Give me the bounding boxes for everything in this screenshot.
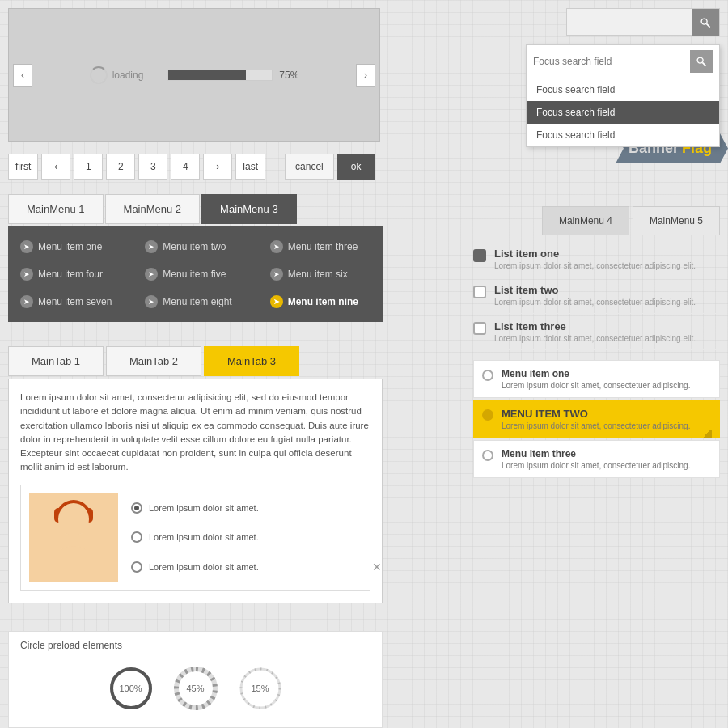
page-prev-button[interactable]: ‹ [41,154,70,180]
avatar [29,493,118,582]
avatar-head [58,503,89,535]
circle-preload-title: Circle preload elements [20,640,370,651]
dropdown-item-9-highlighted[interactable]: ➤ Menu item nine [258,291,383,312]
right-menu-item-desc-1: Lorem ipsum dolor sit amet, consectetuer… [502,381,690,390]
search-option-1[interactable]: Focus search field [527,78,719,101]
list-item-checkbox-2[interactable] [473,286,486,298]
page-2-button[interactable]: 2 [106,154,135,180]
dropdown-row-2: ➤ Menu item four ➤ Menu item five ➤ Menu… [8,260,383,288]
svg-line-9 [702,62,705,66]
dropdown-item-5[interactable]: ➤ Menu item five [133,264,257,285]
dropdown-item-label: Menu item seven [38,296,112,307]
search-bar-top[interactable] [566,8,720,36]
right-menu-item-desc-2: Lorem ipsum dolor sit amet, consectetuer… [502,421,690,430]
search-option-3[interactable]: Focus search field [527,124,719,146]
ok-button[interactable]: ok [337,154,375,180]
dropdown-item-label: Menu item four [38,269,103,280]
list-item-checkbox-1[interactable] [473,249,486,262]
carousel-inner: loading 75% [41,66,347,84]
tab-content: Lorem ipsum dolor sit amet, consectetur … [8,379,383,603]
list-item-3: List item three Lorem ipsum dolor sit am… [473,314,720,350]
dropdown-item-label: Menu item eight [163,296,231,307]
list-item-desc-3: Lorem ipsum dolor sit amet, consectetuer… [494,334,696,343]
tab-content-text: Lorem ipsum dolor sit amet, consectetur … [20,391,370,475]
right-menu-item-3[interactable]: Menu item three Lorem ipsum dolor sit am… [473,440,720,478]
main-menu-1-button[interactable]: MainMenu 1 [8,194,104,224]
right-menu-item-2[interactable]: MENU ITEM TWO Lorem ipsum dolor sit amet… [473,400,720,438]
dropdown-item-7[interactable]: ➤ Menu item seven [8,291,133,312]
search-dropdown-header [527,45,719,78]
right-menu-5-button[interactable]: MainMenu 5 [633,206,720,235]
dropdown-item-1[interactable]: ➤ Menu item one [8,236,133,257]
circle-15-label: 15% [251,684,269,693]
menu-item-radio-2 [482,409,493,421]
svg-line-7 [706,23,709,27]
profile-option-2[interactable]: Lorem ipsum dolor sit amet. [131,531,362,543]
list-item-1: List item one Lorem ipsum dolor sit amet… [473,241,720,277]
right-menu-item-1[interactable]: Menu item one Lorem ipsum dolor sit amet… [473,360,720,398]
search-dropdown: Focus search field Focus search field Fo… [526,44,720,147]
progress-bar-container: 75% [167,70,298,81]
tab-2-button[interactable]: MainTab 2 [106,346,201,376]
list-item-title-1: List item one [494,248,696,260]
menu-item-radio-3 [482,450,493,461]
dropdown-arrow-icon: ➤ [270,268,283,281]
list-item-title-2: List item two [494,284,696,296]
left-panel: ‹ › loading 75% first ‹ 1 2 3 4 › last c… [0,0,396,728]
carousel-next-button[interactable]: › [356,64,375,87]
dropdown-item-6[interactable]: ➤ Menu item six [258,264,383,285]
page-1-button[interactable]: 1 [74,154,103,180]
dropdown-item-3[interactable]: ➤ Menu item three [258,236,383,257]
page-first-button[interactable]: first [8,154,38,180]
dropdown-row-1: ➤ Menu item one ➤ Menu item two ➤ Menu i… [8,233,383,260]
search-icon-button-top[interactable] [692,9,719,36]
svg-point-6 [701,19,707,24]
search-dropdown-button[interactable] [690,50,713,73]
main-menu-3-button[interactable]: MainMenu 3 [201,194,297,224]
page-last-button[interactable]: last [235,154,265,180]
avatar-body [49,546,98,582]
progress-label: 75% [279,70,298,81]
circle-45: 45% [171,664,220,713]
tab-1-button[interactable]: MainTab 1 [8,346,104,376]
dropdown-arrow-icon: ➤ [20,295,33,308]
right-menu-item-text-3: Menu item three Lorem ipsum dolor sit am… [502,448,690,470]
dropdown-item-label: Menu item five [163,269,226,280]
loading-indicator: loading [90,66,144,84]
list-item-checkbox-3[interactable] [473,322,486,335]
cancel-button[interactable]: cancel [285,154,334,180]
dropdown-arrow-icon: ➤ [20,268,33,281]
loading-spinner [90,66,108,84]
right-menu-item-desc-3: Lorem ipsum dolor sit amet, consectetuer… [502,461,690,470]
right-menu-item-title-3: Menu item three [502,448,690,459]
carousel-prev-button[interactable]: ‹ [13,64,32,87]
profile-option-label: Lorem ipsum dolor sit amet. [149,503,259,513]
circle-100: 100% [107,664,155,713]
circle-preload-section: Circle preload elements 100% 45% [8,631,383,728]
main-menu-2-button[interactable]: MainMenu 2 [105,194,201,224]
loading-label: loading [112,70,144,81]
page-3-button[interactable]: 3 [138,154,167,180]
profile-option-3[interactable]: Lorem ipsum dolor sit amet. [131,561,362,573]
dropdown-arrow-icon: ➤ [145,268,158,281]
tab-3-button[interactable]: MainTab 3 [204,346,299,376]
profile-option-1[interactable]: Lorem ipsum dolor sit amet. [131,502,362,514]
dropdown-item-4[interactable]: ➤ Menu item four [8,264,133,285]
page-4-button[interactable]: 4 [171,154,200,180]
list-item-2: List item two Lorem ipsum dolor sit amet… [473,277,720,314]
close-button[interactable]: ✕ [370,560,384,574]
dropdown-item-2[interactable]: ➤ Menu item two [133,236,257,257]
right-menu-4-button[interactable]: MainMenu 4 [542,206,629,235]
page-next-button[interactable]: › [203,154,232,180]
progress-bar-fill [168,70,246,80]
circle-15: 15% [236,664,285,713]
dropdown-arrow-icon: ➤ [145,240,158,253]
radio-icon [131,561,142,573]
search-dropdown-input[interactable] [533,56,690,67]
dropdown-item-8[interactable]: ➤ Menu item eight [133,291,257,312]
menu-item-radio-1 [482,370,493,381]
profile-option-label: Lorem ipsum dolor sit amet. [149,562,259,572]
circle-100-label: 100% [119,684,142,693]
search-option-2[interactable]: Focus search field [527,101,719,124]
circle-45-label: 45% [186,684,204,693]
